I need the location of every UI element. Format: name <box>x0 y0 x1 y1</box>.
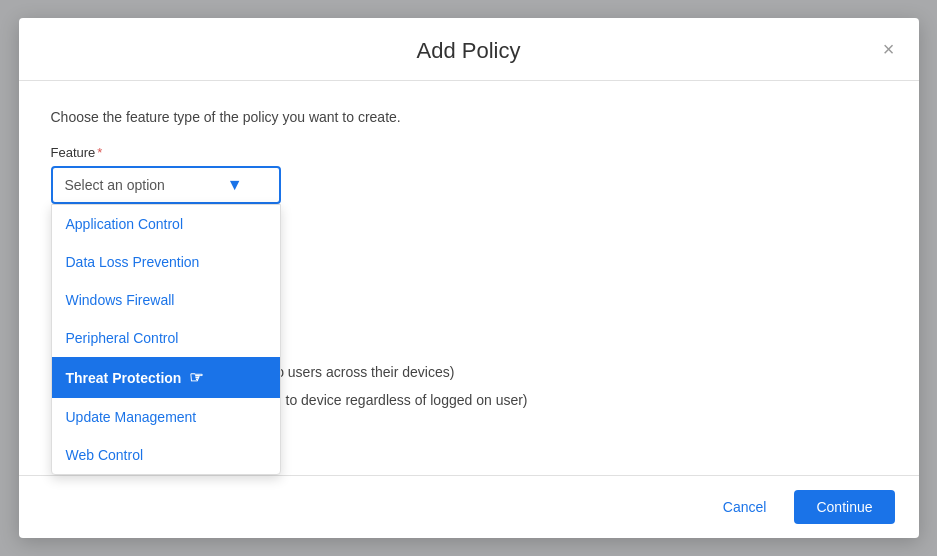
modal-overlay: Add Policy × Choose the feature type of … <box>0 0 937 556</box>
modal-description: Choose the feature type of the policy yo… <box>51 109 887 125</box>
dropdown-item-threat-protection[interactable]: Threat Protection ☞ <box>52 357 280 398</box>
select-placeholder-text: Select an option <box>65 177 165 193</box>
dropdown-item-windows-firewall[interactable]: Windows Firewall <box>52 281 280 319</box>
modal-body: Choose the feature type of the policy yo… <box>19 81 919 475</box>
dropdown-item-update-management[interactable]: Update Management <box>52 398 280 436</box>
dropdown-menu: Application Control Data Loss Prevention… <box>51 204 281 475</box>
modal-title: Add Policy <box>417 38 521 64</box>
feature-select-wrapper: Select an option ▼ Application Control D… <box>51 166 281 204</box>
feature-select[interactable]: Select an option ▼ <box>51 166 281 204</box>
dropdown-item-data-loss-prevention[interactable]: Data Loss Prevention <box>52 243 280 281</box>
cursor-icon: ☞ <box>189 368 203 387</box>
dropdown-item-web-control[interactable]: Web Control <box>52 436 280 474</box>
cancel-button[interactable]: Cancel <box>707 490 783 524</box>
continue-button[interactable]: Continue <box>794 490 894 524</box>
dropdown-item-peripheral-control[interactable]: Peripheral Control <box>52 319 280 357</box>
close-button[interactable]: × <box>879 35 899 63</box>
modal-footer: Cancel Continue <box>19 475 919 538</box>
chevron-down-icon: ▼ <box>227 176 243 194</box>
modal-header: Add Policy × <box>19 18 919 81</box>
feature-field: Feature* Select an option ▼ Application … <box>51 145 887 204</box>
add-policy-modal: Add Policy × Choose the feature type of … <box>19 18 919 538</box>
dropdown-item-application-control[interactable]: Application Control <box>52 205 280 243</box>
field-label: Feature* <box>51 145 887 160</box>
